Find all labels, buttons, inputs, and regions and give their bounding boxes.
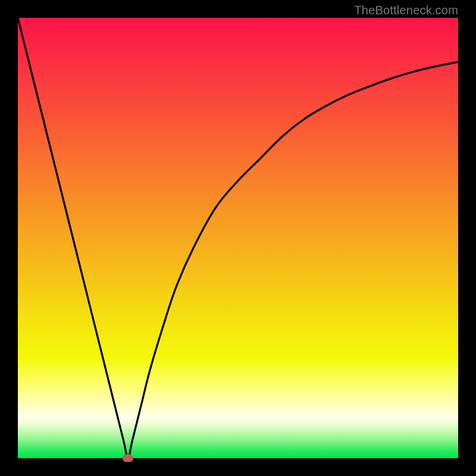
optimal-point-marker — [123, 455, 133, 462]
plot-svg — [18, 18, 458, 458]
gradient-background — [18, 18, 458, 458]
watermark-text: TheBottleneck.com — [354, 4, 458, 17]
plot-frame — [18, 18, 458, 458]
